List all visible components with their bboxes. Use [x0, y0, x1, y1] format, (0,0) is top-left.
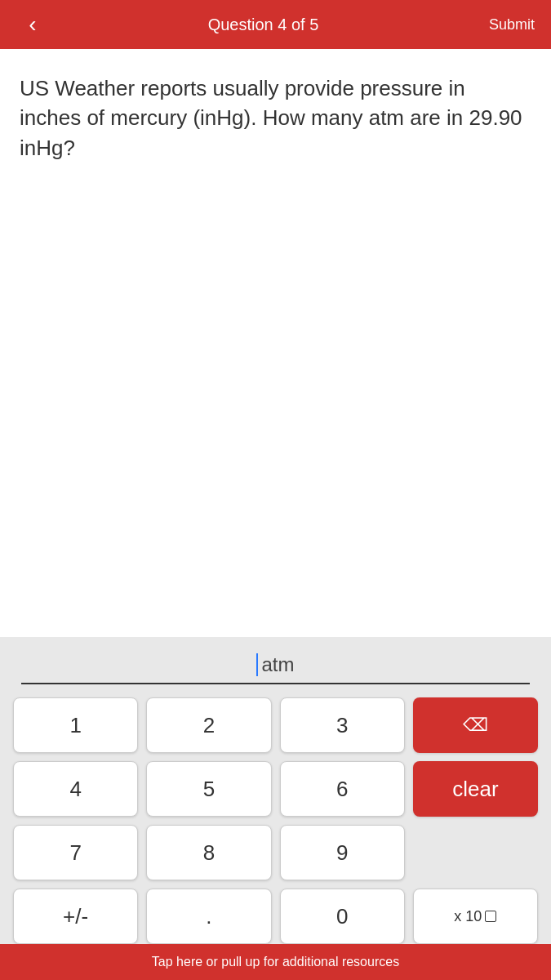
x10-box-icon [485, 911, 496, 922]
bottom-bar-text: Tap here or pull up for additional resou… [152, 955, 399, 969]
key-x10[interactable]: x 10 [413, 889, 538, 944]
question-progress: Question 4 of 5 [49, 16, 478, 34]
clear-button[interactable]: clear [413, 761, 538, 817]
input-unit: atm [261, 653, 294, 676]
bottom-bar[interactable]: Tap here or pull up for additional resou… [0, 944, 551, 980]
key-5[interactable]: 5 [146, 761, 271, 817]
text-cursor [256, 653, 258, 676]
key-8[interactable]: 8 [146, 825, 271, 880]
keypad-grid: 1 2 3 ⌫ 4 5 6 clear 7 8 9 [13, 697, 538, 944]
key-6[interactable]: 6 [280, 761, 405, 817]
x10-label: x 10 [454, 908, 496, 925]
key-2[interactable]: 2 [146, 697, 271, 753]
key-4[interactable]: 4 [13, 761, 138, 817]
submit-button[interactable]: Submit [478, 16, 535, 33]
key-9[interactable]: 9 [280, 825, 405, 880]
key-plus-minus[interactable]: +/- [13, 889, 138, 944]
keypad-container: atm 1 2 3 ⌫ 4 5 6 clear 7 [0, 637, 551, 944]
backspace-button[interactable]: ⌫ [413, 697, 538, 753]
key-3[interactable]: 3 [280, 697, 405, 753]
header: ‹ Question 4 of 5 Submit [0, 0, 551, 49]
back-button[interactable]: ‹ [16, 11, 49, 38]
key-1[interactable]: 1 [13, 697, 138, 753]
key-7[interactable]: 7 [13, 825, 138, 880]
empty-slot [413, 825, 538, 880]
question-text: US Weather reports usually provide press… [20, 74, 531, 163]
key-decimal[interactable]: . [146, 889, 271, 944]
backspace-icon: ⌫ [463, 715, 488, 736]
question-area: US Weather reports usually provide press… [0, 49, 551, 637]
input-display[interactable]: atm [21, 653, 530, 684]
key-0[interactable]: 0 [280, 889, 405, 944]
